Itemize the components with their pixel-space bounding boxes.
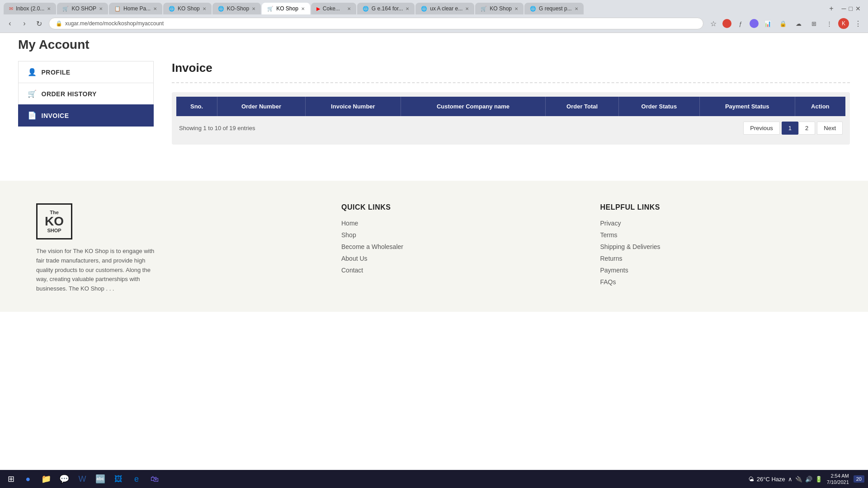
helpful-link-payments[interactable]: Payments [600, 267, 832, 274]
quick-link-home[interactable]: Home [341, 220, 573, 227]
minimize-button[interactable]: ─ [842, 5, 846, 12]
footer: The KO SHOP The vision for The KO Shop i… [0, 181, 868, 312]
quick-links-heading: QUICK LINKS [341, 203, 573, 211]
col-header-order-number: Order Number [217, 97, 306, 116]
back-button[interactable]: ‹ [4, 17, 16, 30]
browser-tab-tab10[interactable]: 🛒KO Shop✕ [475, 3, 524, 14]
col-header-action: Action [795, 97, 845, 116]
browser-tab-tab5[interactable]: 🌐KO-Shop✕ [212, 3, 261, 14]
col-header-order-status: Order Status [619, 97, 700, 116]
profile-icon: 👤 [28, 68, 37, 76]
logo-shop-text: SHOP [47, 228, 61, 233]
sidebar: 👤PROFILE🛒ORDER HISTORY📄INVOICE [18, 61, 154, 145]
helpful-link-privacy[interactable]: Privacy [600, 220, 832, 227]
col-header-payment-status: Payment Status [699, 97, 795, 116]
quick-link-shop[interactable]: Shop [341, 231, 573, 239]
table-footer: Showing 1 to 10 of 19 entries Previous 1… [176, 116, 845, 140]
browser-tab-tab11[interactable]: 🌐G request p...✕ [524, 3, 584, 14]
footer-brand: The KO SHOP The vision for The KO Shop i… [36, 203, 314, 294]
ext2-icon[interactable]: ƒ [734, 17, 747, 30]
sidebar-item-invoice[interactable]: 📄INVOICE [18, 104, 154, 127]
footer-helpful-links: HELPFUL LINKS PrivacyTermsShipping & Del… [600, 203, 832, 294]
col-header-sno: Sno. [176, 97, 217, 116]
refresh-button[interactable]: ↻ [33, 17, 45, 30]
col-header-customer-company: Customer Company name [401, 97, 545, 116]
page-content: My Account 👤PROFILE🛒ORDER HISTORY📄INVOIC… [0, 33, 868, 467]
page-button-1[interactable]: 1 [782, 122, 798, 135]
col-header-order-total: Order Total [546, 97, 619, 116]
ext6-icon[interactable]: ☁ [792, 17, 805, 30]
helpful-links-heading: HELPFUL LINKS [600, 203, 832, 211]
quick-link-become-a-wholesaler[interactable]: Become a Wholesaler [341, 243, 573, 250]
quick-link-contact[interactable]: Contact [341, 267, 573, 274]
ext8-icon[interactable]: ⋮ [823, 17, 835, 30]
browser-tab-tab8[interactable]: 🌐G e.164 for...✕ [357, 3, 415, 14]
sidebar-item-order-history[interactable]: 🛒ORDER HISTORY [18, 83, 154, 104]
address-bar[interactable]: 🔒 xugar.me/demo/mock/koshop/myaccount [49, 18, 703, 29]
section-divider [172, 82, 850, 83]
forward-button[interactable]: › [18, 17, 31, 30]
invoice-wrapper: Sno.Order NumberInvoice NumberCustomer C… [172, 92, 850, 145]
maximize-button[interactable]: □ [849, 5, 853, 12]
page-button-2[interactable]: 2 [798, 122, 815, 135]
lock-icon: 🔒 [56, 20, 62, 27]
order-history-icon: 🛒 [28, 89, 37, 98]
browser-tab-tab1[interactable]: ✉Inbox (2.0...✕ [4, 3, 56, 14]
ext4-icon[interactable]: 📊 [761, 17, 774, 30]
logo-ko-text: KO [45, 215, 64, 228]
browser-tab-tab6[interactable]: 🛒KO Shop✕ [262, 3, 310, 14]
close-button[interactable]: ✕ [855, 5, 861, 12]
browser-tab-tab4[interactable]: 🌐KO Shop✕ [163, 3, 212, 14]
sidebar-label-profile: PROFILE [42, 69, 71, 76]
profile-avatar[interactable]: K [838, 18, 849, 29]
col-header-invoice-number: Invoice Number [305, 97, 401, 116]
browser-tab-tab7[interactable]: ▶Coke...✕ [311, 3, 356, 14]
tab-bar: ✉Inbox (2.0...✕🛒KO SHOP✕📋Home Pa...✕🌐KO … [0, 0, 868, 14]
helpful-link-returns[interactable]: Returns [600, 255, 832, 262]
page-title: My Account [0, 33, 868, 61]
next-page-button[interactable]: Next [817, 122, 843, 135]
footer-description: The vision for The KO Shop is to engage … [36, 247, 163, 294]
browser-chrome: ✉Inbox (2.0...✕🛒KO SHOP✕📋Home Pa...✕🌐KO … [0, 0, 868, 33]
ext3-icon[interactable] [750, 19, 759, 28]
invoice-title: Invoice [172, 61, 850, 75]
helpful-link-shipping---deliveries[interactable]: Shipping & Deliveries [600, 243, 832, 250]
pagination: Previous 12 Next [743, 122, 843, 135]
ext5-icon[interactable]: 🔒 [777, 17, 789, 30]
browser-tab-tab9[interactable]: 🌐ux A clear e...✕ [415, 3, 474, 14]
main-layout: 👤PROFILE🛒ORDER HISTORY📄INVOICE Invoice S… [0, 61, 868, 145]
main-content: Invoice Sno.Order NumberInvoice NumberCu… [172, 61, 850, 145]
pagination-info: Showing 1 to 10 of 19 entries [179, 125, 255, 131]
sidebar-label-order-history: ORDER HISTORY [42, 90, 97, 98]
address-text: xugar.me/demo/mock/koshop/myaccount [65, 20, 164, 27]
chrome-menu-icon[interactable]: ⋮ [852, 17, 864, 30]
ext1-icon[interactable] [722, 19, 731, 28]
sidebar-item-profile[interactable]: 👤PROFILE [18, 61, 154, 83]
helpful-link-faqs[interactable]: FAQs [600, 278, 832, 286]
ext7-icon[interactable]: ⊞ [807, 17, 820, 30]
browser-tab-tab2[interactable]: 🛒KO SHOP✕ [57, 3, 108, 14]
browser-tab-tab3[interactable]: 📋Home Pa...✕ [109, 3, 162, 14]
footer-quick-links: QUICK LINKS HomeShopBecome a WholesalerA… [341, 203, 573, 294]
invoice-table: Sno.Order NumberInvoice NumberCustomer C… [176, 97, 845, 116]
helpful-link-terms[interactable]: Terms [600, 231, 832, 239]
quick-link-about-us[interactable]: About Us [341, 255, 573, 262]
invoice-icon: 📄 [28, 111, 37, 120]
address-bar-row: ‹ › ↻ 🔒 xugar.me/demo/mock/koshop/myacco… [0, 14, 868, 33]
footer-logo: The KO SHOP [36, 203, 72, 239]
sidebar-label-invoice: INVOICE [42, 112, 69, 119]
prev-page-button[interactable]: Previous [743, 122, 780, 135]
bookmark-star-icon[interactable]: ☆ [707, 17, 720, 30]
new-tab-button[interactable]: + [826, 3, 837, 14]
